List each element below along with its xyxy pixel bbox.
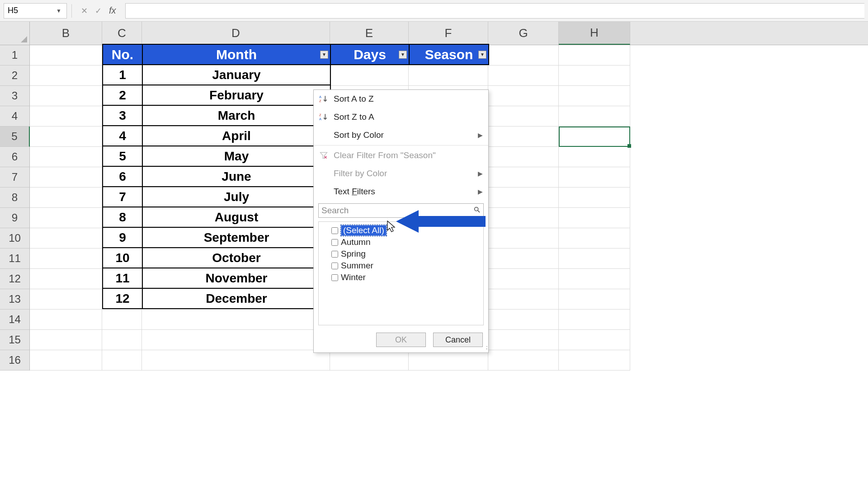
cell-month[interactable]: January <box>142 65 330 85</box>
row-header-12[interactable]: 12 <box>0 269 30 289</box>
cell-month[interactable]: July <box>142 187 330 207</box>
cell[interactable] <box>30 147 102 167</box>
cell[interactable] <box>30 269 102 289</box>
cell[interactable] <box>30 310 102 330</box>
filter-checkbox[interactable] <box>331 239 338 246</box>
cell[interactable] <box>488 208 559 228</box>
fx-icon[interactable]: fx <box>109 5 116 16</box>
cell-no[interactable]: 10 <box>103 248 142 268</box>
cell-no[interactable]: 8 <box>103 207 142 227</box>
cell[interactable] <box>488 86 559 106</box>
cell-month[interactable]: September <box>142 227 330 248</box>
cell[interactable] <box>559 127 630 147</box>
filter-handle-month[interactable]: ▼ <box>320 51 328 59</box>
cell-no[interactable]: 12 <box>103 288 142 309</box>
cell[interactable] <box>488 289 559 310</box>
cell-month[interactable]: February <box>142 85 330 105</box>
cell[interactable] <box>488 45 559 66</box>
cell-no[interactable]: 9 <box>103 227 142 248</box>
col-header-b[interactable]: B <box>30 22 102 45</box>
col-header-c[interactable]: C <box>102 22 142 45</box>
cell-no[interactable]: 4 <box>103 126 142 146</box>
filter-option[interactable]: Summer <box>322 260 480 272</box>
row-header-10[interactable]: 10 <box>0 228 30 249</box>
row-header-6[interactable]: 6 <box>0 147 30 167</box>
cell[interactable] <box>142 350 330 371</box>
cell[interactable] <box>559 249 630 269</box>
col-header-g[interactable]: G <box>488 22 559 45</box>
col-header-e[interactable]: E <box>330 22 409 45</box>
cell[interactable] <box>559 66 630 86</box>
cell[interactable] <box>102 310 142 330</box>
cell-no[interactable]: 2 <box>103 85 142 105</box>
cell-month[interactable]: December <box>142 288 330 309</box>
cell[interactable] <box>488 330 559 350</box>
cell[interactable] <box>559 147 630 167</box>
cell[interactable] <box>559 45 630 66</box>
cell[interactable] <box>30 289 102 310</box>
filter-handle-days[interactable]: ▼ <box>399 51 407 59</box>
filter-option[interactable]: Autumn <box>322 236 480 248</box>
text-filters[interactable]: Text Filters ▶ <box>314 183 488 201</box>
cell[interactable] <box>30 167 102 188</box>
cell[interactable] <box>30 86 102 106</box>
row-header-4[interactable]: 4 <box>0 106 30 127</box>
row-header-11[interactable]: 11 <box>0 249 30 269</box>
cell[interactable] <box>559 269 630 289</box>
cell[interactable] <box>559 330 630 350</box>
cell-month[interactable]: November <box>142 268 330 288</box>
cell[interactable] <box>30 45 102 66</box>
cell[interactable] <box>559 228 630 249</box>
cell[interactable] <box>30 350 102 371</box>
name-box[interactable]: H5 ▼ <box>4 3 67 19</box>
row-header-13[interactable]: 13 <box>0 289 30 310</box>
cell-no[interactable]: 1 <box>103 65 142 85</box>
cell[interactable] <box>142 310 330 330</box>
cell-no[interactable]: 11 <box>103 268 142 288</box>
row-header-14[interactable]: 14 <box>0 310 30 330</box>
col-header-f[interactable]: F <box>409 22 488 45</box>
cell[interactable] <box>488 167 559 188</box>
cell-no[interactable]: 7 <box>103 187 142 207</box>
row-header-7[interactable]: 7 <box>0 167 30 188</box>
cancel-button[interactable]: Cancel <box>433 333 483 347</box>
cell[interactable] <box>30 66 102 86</box>
cell[interactable] <box>488 188 559 208</box>
cell[interactable] <box>30 330 102 350</box>
cell[interactable] <box>488 127 559 147</box>
filter-checkbox[interactable] <box>331 263 338 269</box>
chevron-down-icon[interactable]: ▼ <box>55 8 63 14</box>
cell[interactable] <box>559 106 630 127</box>
filter-checkbox[interactable] <box>331 274 338 281</box>
cell-month[interactable]: June <box>142 166 330 187</box>
select-all-row[interactable]: (Select All) <box>322 225 480 236</box>
cell[interactable] <box>488 147 559 167</box>
cell[interactable] <box>142 330 330 350</box>
row-header-5[interactable]: 5 <box>0 127 30 147</box>
cell[interactable] <box>488 350 559 371</box>
col-header-h[interactable]: H <box>559 22 630 45</box>
cell-no[interactable]: 6 <box>103 166 142 187</box>
cell[interactable] <box>102 330 142 350</box>
cell-no[interactable]: 5 <box>103 146 142 166</box>
filter-option[interactable]: Spring <box>322 248 480 260</box>
cell-month[interactable]: August <box>142 207 330 227</box>
formula-input[interactable] <box>125 3 864 19</box>
cell[interactable] <box>559 167 630 188</box>
cell[interactable] <box>30 106 102 127</box>
filter-handle-season[interactable]: ▼ <box>478 51 486 59</box>
filter-option[interactable]: Winter <box>322 272 480 283</box>
cell-no[interactable]: 3 <box>103 105 142 126</box>
filter-checkbox[interactable] <box>331 251 338 258</box>
sort-asc[interactable]: AZ Sort A to Z <box>314 90 488 108</box>
cell[interactable] <box>488 106 559 127</box>
cell[interactable] <box>488 269 559 289</box>
cell[interactable] <box>409 350 488 371</box>
cell[interactable] <box>488 228 559 249</box>
cell[interactable] <box>488 310 559 330</box>
cell[interactable] <box>559 289 630 310</box>
row-header-15[interactable]: 15 <box>0 330 30 350</box>
cell[interactable] <box>559 208 630 228</box>
row-header-3[interactable]: 3 <box>0 86 30 106</box>
cell-month[interactable]: March <box>142 105 330 126</box>
